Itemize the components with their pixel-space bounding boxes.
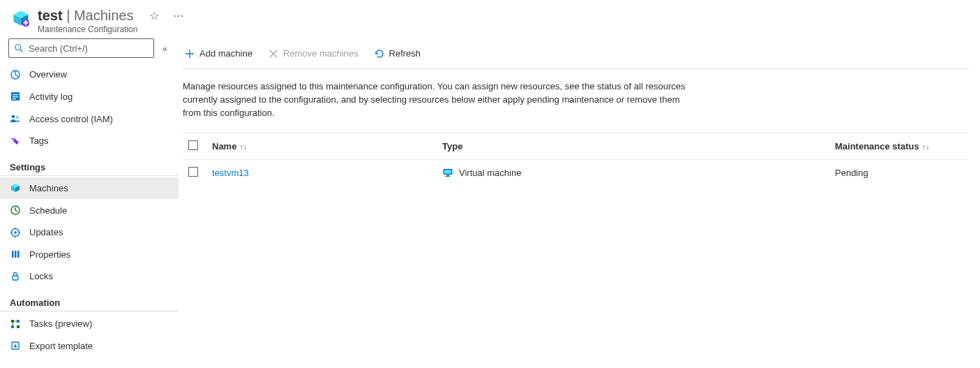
status-label: Pending bbox=[835, 168, 868, 178]
svg-line-5 bbox=[20, 50, 23, 52]
sidebar-item-label: Locks bbox=[29, 271, 53, 281]
search-icon bbox=[13, 43, 24, 54]
overview-icon bbox=[10, 69, 21, 80]
machines-table: Name↑↓ Type Maintenance status↑↓ testvm1… bbox=[183, 133, 969, 186]
svg-rect-20 bbox=[12, 251, 14, 258]
sidebar-item-label: Tasks (preview) bbox=[29, 318, 92, 329]
resource-name: test bbox=[38, 8, 63, 23]
sidebar-search-input[interactable] bbox=[29, 43, 149, 54]
updates-icon bbox=[10, 227, 21, 238]
sidebar-search[interactable] bbox=[8, 38, 154, 58]
sidebar-item-machines[interactable]: Machines bbox=[0, 177, 179, 200]
sidebar-item-tasks[interactable]: Tasks (preview) bbox=[0, 313, 179, 335]
sidebar-item-label: Activity log bbox=[29, 91, 73, 102]
sidebar-item-label: Tags bbox=[29, 135, 48, 146]
column-header-type[interactable]: Type bbox=[437, 133, 829, 159]
resource-type-label: Maintenance Configuration bbox=[38, 24, 185, 34]
column-header-name[interactable]: Name↑↓ bbox=[206, 133, 437, 159]
refresh-icon bbox=[374, 48, 385, 59]
sidebar-item-label: Properties bbox=[29, 249, 70, 260]
page-title: test | Machines bbox=[38, 7, 134, 24]
sidebar-item-label: Machines bbox=[29, 183, 68, 193]
people-icon bbox=[10, 113, 21, 124]
type-label: Virtual machine bbox=[459, 168, 521, 178]
sidebar-item-label: Export template bbox=[29, 341, 93, 351]
button-label: Refresh bbox=[389, 48, 421, 59]
sidebar-item-tags[interactable]: Tags bbox=[0, 130, 179, 152]
svg-rect-23 bbox=[13, 276, 18, 280]
row-checkbox[interactable] bbox=[188, 167, 198, 177]
command-bar: Add machine Remove machines Refresh bbox=[183, 38, 969, 69]
svg-rect-25 bbox=[17, 320, 20, 323]
column-header-select[interactable] bbox=[183, 133, 206, 159]
x-icon bbox=[268, 48, 279, 59]
resource-icon bbox=[11, 8, 31, 28]
table-row[interactable]: testvm13 Virtual machine Pending bbox=[183, 159, 969, 186]
svg-rect-27 bbox=[17, 325, 20, 328]
sidebar-section-automation: Automation bbox=[0, 288, 179, 311]
more-actions-icon[interactable]: ⋯ bbox=[173, 9, 185, 22]
svg-rect-34 bbox=[446, 176, 451, 177]
column-header-status[interactable]: Maintenance status↑↓ bbox=[829, 133, 969, 159]
activity-log-icon bbox=[10, 91, 21, 102]
main-content: Add machine Remove machines Refresh Mana… bbox=[179, 38, 980, 368]
sidebar-item-properties[interactable]: Properties bbox=[0, 243, 179, 265]
machines-icon bbox=[10, 182, 21, 193]
sidebar-item-locks[interactable]: Locks bbox=[0, 265, 179, 288]
sidebar-item-schedule[interactable]: Schedule bbox=[0, 199, 179, 221]
svg-point-11 bbox=[12, 115, 15, 119]
button-label: Add machine bbox=[199, 48, 252, 59]
svg-point-12 bbox=[16, 116, 19, 119]
tag-icon bbox=[10, 135, 21, 147]
select-all-checkbox[interactable] bbox=[188, 140, 198, 150]
sidebar-item-label: Overview bbox=[29, 69, 67, 80]
sidebar-item-overview[interactable]: Overview bbox=[0, 64, 179, 86]
sidebar-item-export-template[interactable]: Export template bbox=[0, 334, 179, 357]
clock-icon bbox=[10, 205, 21, 216]
lock-icon bbox=[10, 271, 21, 282]
button-label: Remove machines bbox=[283, 48, 359, 59]
sidebar-item-access-control[interactable]: Access control (IAM) bbox=[0, 108, 179, 130]
svg-rect-10 bbox=[13, 98, 16, 99]
sidebar-item-label: Access control (IAM) bbox=[29, 114, 113, 124]
refresh-button[interactable]: Refresh bbox=[372, 45, 423, 62]
sidebar-item-updates[interactable]: Updates bbox=[0, 221, 179, 244]
svg-rect-21 bbox=[15, 251, 17, 258]
vm-icon bbox=[442, 167, 453, 178]
resource-link[interactable]: testvm13 bbox=[212, 168, 249, 178]
svg-point-19 bbox=[14, 231, 17, 234]
properties-icon bbox=[10, 249, 21, 260]
svg-rect-32 bbox=[444, 170, 451, 174]
svg-rect-8 bbox=[13, 94, 18, 95]
sidebar-item-label: Schedule bbox=[29, 205, 67, 216]
add-machine-button[interactable]: Add machine bbox=[183, 45, 254, 62]
export-icon bbox=[10, 340, 21, 351]
sidebar-item-activity-log[interactable]: Activity log bbox=[0, 86, 179, 108]
svg-point-4 bbox=[15, 45, 21, 50]
remove-machines-button: Remove machines bbox=[266, 45, 360, 62]
plus-icon bbox=[184, 48, 195, 59]
svg-rect-33 bbox=[446, 175, 449, 177]
description-text: Manage resources assigned to this mainte… bbox=[183, 80, 699, 120]
svg-point-13 bbox=[13, 139, 14, 140]
sort-icon: ↑↓ bbox=[239, 142, 247, 151]
sort-icon: ↑↓ bbox=[922, 142, 930, 151]
sidebar: « Overview Activity log Access control (… bbox=[0, 38, 179, 368]
sidebar-section-settings: Settings bbox=[0, 152, 179, 176]
favorite-star-icon[interactable]: ☆ bbox=[149, 9, 159, 22]
tasks-icon bbox=[10, 318, 21, 330]
svg-rect-26 bbox=[11, 325, 14, 328]
svg-rect-9 bbox=[13, 96, 18, 97]
svg-rect-24 bbox=[11, 320, 14, 323]
sidebar-item-label: Updates bbox=[29, 227, 63, 237]
blade-name: Machines bbox=[74, 8, 134, 23]
collapse-sidebar-icon[interactable]: « bbox=[160, 41, 170, 57]
svg-rect-22 bbox=[17, 251, 20, 258]
page-header: test | Machines ☆ ⋯ Maintenance Configur… bbox=[0, 0, 980, 38]
